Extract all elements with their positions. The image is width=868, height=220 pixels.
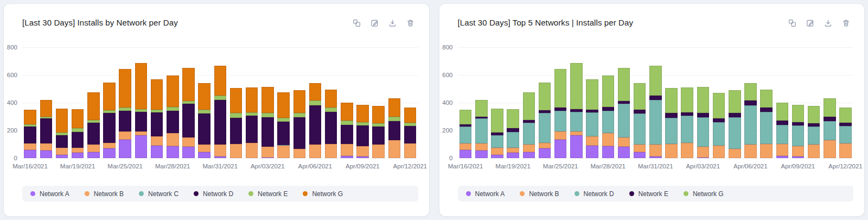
bar-segment-network-d[interactable]: [309, 105, 321, 144]
bar-segment-network-a[interactable]: [554, 140, 566, 158]
bar-segment-network-e[interactable]: [246, 112, 258, 116]
bar-mar-29-2021[interactable]: [618, 68, 630, 158]
legend-item-network-g[interactable]: Network G: [684, 190, 724, 198]
bar-segment-network-e[interactable]: [261, 113, 273, 117]
bar-segment-network-a[interactable]: [135, 135, 147, 158]
bar-segment-network-a[interactable]: [602, 146, 614, 158]
bar-segment-network-a[interactable]: [792, 156, 804, 158]
bar-segment-network-b[interactable]: [325, 144, 337, 158]
legend-item-network-d[interactable]: Network D: [194, 190, 233, 198]
bar-segment-network-d[interactable]: [729, 117, 741, 149]
bar-segment-network-d[interactable]: [404, 126, 416, 143]
bar-segment-network-b[interactable]: [808, 144, 820, 158]
bar-segment-network-b[interactable]: [167, 133, 178, 146]
bar-segment-network-b[interactable]: [649, 144, 661, 157]
bar-segment-network-b[interactable]: [388, 140, 400, 158]
bar-segment-network-g[interactable]: [356, 105, 368, 122]
bar-segment-network-b[interactable]: [760, 144, 772, 158]
bar-segment-network-a[interactable]: [539, 148, 551, 158]
bar-segment-network-g[interactable]: [792, 105, 804, 122]
bar-segment-network-a[interactable]: [491, 155, 503, 158]
bar-apr-02-2021[interactable]: [246, 87, 258, 158]
bar-apr-09-2021[interactable]: [792, 105, 804, 158]
bar-segment-network-e[interactable]: [713, 118, 725, 122]
bar-segment-network-g[interactable]: [151, 79, 163, 110]
bar-segment-network-d[interactable]: [135, 112, 147, 131]
bar-segment-network-g[interactable]: [697, 87, 709, 113]
legend-item-network-d[interactable]: Network D: [575, 190, 614, 198]
bar-apr-08-2021[interactable]: [776, 103, 788, 158]
bar-segment-network-b[interactable]: [475, 143, 487, 150]
bar-segment-network-g[interactable]: [744, 83, 756, 100]
edit-card-button[interactable]: [806, 18, 814, 27]
bar-mar-19-2021[interactable]: [72, 109, 84, 159]
bar-apr-12-2021[interactable]: [839, 108, 851, 158]
bar-segment-network-g[interactable]: [507, 109, 519, 129]
bar-segment-network-b[interactable]: [491, 148, 503, 154]
bar-segment-network-b[interactable]: [246, 143, 258, 158]
bar-segment-network-e[interactable]: [634, 110, 646, 114]
bar-mar-26-2021[interactable]: [135, 63, 147, 158]
bar-segment-network-a[interactable]: [182, 147, 194, 158]
bar-segment-network-a[interactable]: [167, 146, 178, 158]
bar-segment-network-g[interactable]: [523, 92, 535, 120]
bar-segment-network-e[interactable]: [776, 121, 788, 125]
legend-item-network-g[interactable]: Network G: [303, 190, 343, 198]
bar-segment-network-g[interactable]: [40, 100, 52, 117]
bar-segment-network-d[interactable]: [167, 111, 178, 133]
bar-segment-network-a[interactable]: [261, 158, 273, 158]
bar-segment-network-d[interactable]: [649, 100, 661, 144]
bar-segment-network-d[interactable]: [119, 111, 131, 131]
bar-segment-network-e[interactable]: [277, 118, 289, 122]
bar-segment-network-b[interactable]: [87, 144, 99, 152]
bar-segment-network-e[interactable]: [824, 117, 835, 121]
bar-segment-network-d[interactable]: [151, 112, 163, 136]
duplicate-card-button[interactable]: [353, 18, 361, 27]
bar-mar-28-2021[interactable]: [167, 76, 178, 158]
bar-segment-network-a[interactable]: [523, 152, 535, 158]
bar-segment-network-g[interactable]: [459, 110, 471, 124]
bar-segment-network-d[interactable]: [507, 132, 519, 148]
bar-apr-05-2021[interactable]: [293, 90, 305, 158]
bar-segment-network-b[interactable]: [341, 144, 353, 156]
bar-apr-03-2021[interactable]: [697, 87, 709, 158]
bar-segment-network-d[interactable]: [760, 112, 772, 144]
bar-segment-network-b[interactable]: [697, 147, 709, 158]
bar-segment-network-a[interactable]: [214, 156, 226, 158]
bar-segment-network-b[interactable]: [634, 144, 646, 152]
bar-segment-network-a[interactable]: [341, 156, 353, 158]
bar-apr-07-2021[interactable]: [760, 90, 772, 158]
bar-apr-04-2021[interactable]: [277, 92, 289, 158]
bar-apr-01-2021[interactable]: [665, 88, 677, 159]
bar-segment-network-b[interactable]: [24, 143, 36, 149]
bar-segment-network-d[interactable]: [356, 125, 368, 146]
bar-segment-network-b[interactable]: [507, 148, 519, 153]
bar-segment-network-e[interactable]: [681, 112, 693, 116]
bar-segment-network-e[interactable]: [697, 113, 709, 117]
bar-segment-network-g[interactable]: [808, 106, 820, 123]
bar-segment-network-a[interactable]: [198, 152, 210, 158]
bar-segment-network-d[interactable]: [618, 104, 630, 137]
bar-segment-network-b[interactable]: [570, 131, 582, 135]
bar-segment-network-d[interactable]: [103, 113, 115, 143]
bar-segment-network-b[interactable]: [839, 143, 851, 158]
bar-segment-network-b[interactable]: [602, 133, 614, 146]
bar-apr-12-2021[interactable]: [404, 108, 416, 158]
bar-segment-network-e[interactable]: [760, 108, 772, 112]
bar-segment-network-g[interactable]: [681, 87, 693, 112]
bar-segment-network-b[interactable]: [151, 136, 163, 146]
bar-segment-network-g[interactable]: [87, 92, 99, 120]
bar-segment-network-a[interactable]: [697, 158, 709, 158]
bar-mar-30-2021[interactable]: [634, 83, 646, 158]
bar-segment-network-b[interactable]: [459, 143, 471, 149]
bar-segment-network-g[interactable]: [554, 69, 566, 108]
delete-card-button[interactable]: [406, 18, 415, 27]
bar-segment-network-d[interactable]: [261, 117, 273, 147]
bar-apr-11-2021[interactable]: [388, 98, 400, 158]
bar-mar-18-2021[interactable]: [491, 109, 503, 158]
bar-segment-network-a[interactable]: [72, 153, 84, 158]
bar-segment-network-g[interactable]: [341, 103, 353, 121]
bar-segment-network-a[interactable]: [586, 146, 598, 158]
bar-segment-network-a[interactable]: [618, 147, 630, 158]
bar-mar-24-2021[interactable]: [103, 83, 115, 158]
